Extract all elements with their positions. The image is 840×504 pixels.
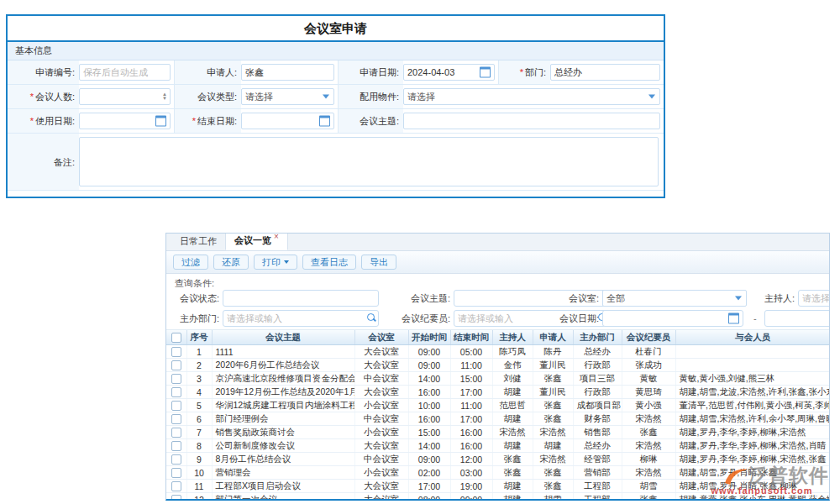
cell-room[interactable]: 小会议室	[354, 466, 408, 480]
cell-recorder[interactable]: 黄思琦	[622, 386, 675, 399]
cell-recorder[interactable]: 黄小强	[622, 399, 675, 412]
subject-input[interactable]	[403, 113, 660, 129]
row-checkbox[interactable]	[171, 414, 181, 424]
cell-host[interactable]: 范思哲	[492, 399, 533, 412]
cell-room[interactable]: 大会议室	[354, 345, 408, 359]
dept-input[interactable]	[550, 64, 660, 81]
close-icon[interactable]: ×	[274, 233, 279, 241]
cell-subject[interactable]: 公司新制度修改会议	[212, 439, 354, 453]
cell-host[interactable]: 胡建	[492, 439, 533, 453]
cell-host[interactable]: 胡建	[492, 480, 533, 493]
cell-host[interactable]: 刘健	[492, 372, 533, 386]
remark-textarea[interactable]	[79, 137, 659, 186]
row-checkbox[interactable]	[171, 360, 181, 370]
row-checkbox[interactable]	[171, 495, 181, 501]
meeting-status-input[interactable]	[223, 290, 379, 307]
view-log-button[interactable]: 查看日志	[302, 255, 356, 270]
cell-recorder[interactable]: 宋浩然	[622, 439, 675, 453]
cell-applicant[interactable]: 张鑫	[533, 412, 573, 426]
meeting-date-end-input[interactable]	[764, 310, 830, 327]
filter-button[interactable]: 过滤	[173, 255, 208, 270]
cell-room[interactable]: 大会议室	[354, 439, 408, 453]
cell-subject[interactable]: 1111	[212, 345, 354, 359]
cell-host[interactable]: 张鑫	[492, 453, 533, 466]
row-checkbox[interactable]	[171, 441, 181, 451]
cell-applicant[interactable]: 张鑫	[533, 466, 573, 480]
cell-room[interactable]: 大会议室	[354, 480, 408, 493]
row-checkbox[interactable]	[171, 454, 181, 465]
cell-applicant[interactable]: 宋浩然	[533, 453, 573, 466]
cell-recorder[interactable]: 张鑫	[622, 426, 675, 439]
calendar-icon[interactable]	[728, 313, 739, 324]
meeting-date-start-input[interactable]	[602, 310, 743, 327]
cell-subject[interactable]: 营销理会	[212, 466, 354, 480]
cell-applicant[interactable]: 胡雪	[533, 493, 573, 501]
cell-subject[interactable]: 部门第一次会议	[212, 493, 354, 501]
select-all-checkbox[interactable]	[171, 333, 181, 343]
cell-subject[interactable]: 部门经理例会	[212, 412, 354, 426]
people-count-stepper[interactable]	[79, 88, 171, 105]
cell-room[interactable]: 中会议室	[354, 453, 408, 466]
cell-host[interactable]: 宋浩然	[492, 426, 533, 439]
tab-daily-work[interactable]: 日常工作	[171, 234, 225, 250]
cell-applicant[interactable]: 张鑫	[533, 480, 573, 493]
cell-applicant[interactable]: 张鑫	[533, 372, 573, 386]
row-checkbox[interactable]	[171, 401, 181, 411]
cell-room[interactable]: 大会议室	[354, 386, 408, 399]
row-checkbox[interactable]	[171, 387, 181, 397]
calendar-icon[interactable]	[480, 67, 491, 78]
cell-subject[interactable]: 8月份工作总结会议	[212, 453, 354, 466]
tab-meeting-list[interactable]: 会议一览×	[225, 233, 288, 250]
cell-subject[interactable]: 2019年12月份工作总结及2020年1月工作计划	[212, 386, 354, 399]
cell-recorder[interactable]: 张鑫	[622, 493, 675, 501]
cell-host[interactable]: 陈巧凤	[492, 345, 533, 359]
cell-applicant[interactable]: 董川民	[533, 386, 573, 399]
cell-recorder[interactable]: 胡雪	[622, 480, 675, 493]
equipment-select[interactable]: 请选择	[403, 88, 660, 105]
cell-host[interactable]: 金伟	[492, 359, 533, 372]
search-icon[interactable]	[367, 313, 375, 321]
cell-room[interactable]: 小会议室	[354, 426, 408, 439]
cell-subject[interactable]: 工程部X项目启动会议	[212, 480, 354, 493]
cell-host[interactable]: 胡建	[492, 493, 533, 501]
cell-recorder[interactable]: 宋浩然	[622, 466, 675, 480]
calendar-icon[interactable]	[155, 116, 166, 127]
row-checkbox[interactable]	[171, 428, 181, 438]
cell-applicant[interactable]: 胡建	[533, 439, 573, 453]
cell-subject[interactable]: 京沪高速北京段维修项目资金分配会	[212, 372, 354, 386]
cell-subject[interactable]: 2020年6月份工作总结会议	[212, 359, 354, 372]
meeting-type-select[interactable]: 请选择	[241, 88, 334, 105]
restore-button[interactable]: 还原	[213, 255, 249, 270]
cell-applicant[interactable]: 张鑫	[533, 399, 573, 412]
host-input[interactable]	[798, 290, 830, 307]
cell-room[interactable]: 中会议室	[354, 372, 408, 386]
cell-recorder[interactable]: 黄敏	[622, 372, 675, 386]
applicant-input[interactable]	[241, 64, 334, 81]
cell-recorder[interactable]: 柳琳	[622, 453, 675, 466]
cell-applicant[interactable]: 宋浩然	[533, 426, 573, 439]
cell-room[interactable]: 中会议室	[354, 412, 408, 426]
row-checkbox[interactable]	[171, 481, 181, 491]
cell-host[interactable]: 张鑫	[492, 466, 533, 480]
meeting-room-select[interactable]: 全部	[602, 290, 747, 307]
cell-subject[interactable]: 销售奖励政策商讨会	[212, 426, 354, 439]
cell-room[interactable]: 大会议室	[354, 359, 408, 372]
cell-room[interactable]: 大会议室	[354, 493, 408, 501]
row-checkbox[interactable]	[171, 468, 181, 478]
cell-host[interactable]: 胡建	[492, 412, 533, 426]
cell-recorder[interactable]: 张成功	[622, 359, 675, 372]
print-button[interactable]: 打印	[254, 255, 297, 270]
calendar-icon[interactable]	[319, 116, 330, 127]
cell-room[interactable]: 小会议室	[354, 399, 408, 412]
host-dept-input[interactable]	[223, 310, 379, 327]
stepper-arrows-icon[interactable]: ▲▼	[162, 92, 167, 101]
cell-applicant[interactable]: 陈丹	[533, 345, 573, 359]
app-no-input[interactable]	[79, 64, 171, 81]
row-checkbox[interactable]	[171, 347, 181, 357]
cell-subject[interactable]: 华润12城房建工程项目内墙涂料工程定标会议	[212, 399, 354, 412]
cell-host[interactable]: 胡建	[492, 386, 533, 399]
row-checkbox[interactable]	[171, 374, 181, 384]
cell-recorder[interactable]: 杜春门	[622, 345, 675, 359]
cell-applicant[interactable]: 董川民	[533, 359, 573, 372]
cell-recorder[interactable]: 宋浩然	[622, 412, 675, 426]
